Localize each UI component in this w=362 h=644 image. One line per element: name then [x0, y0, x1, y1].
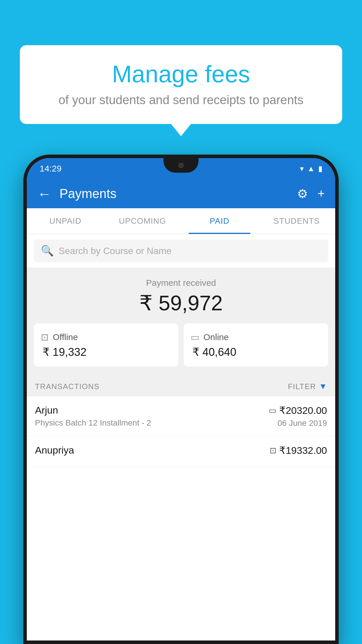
signal-icon: ▲: [307, 164, 315, 173]
offline-card-header: ⊡ Offline: [41, 332, 78, 343]
online-icon: ▭: [191, 332, 199, 343]
tooltip-title: Manage fees: [37, 60, 325, 88]
offline-icon: ⊡: [41, 332, 49, 343]
tab-paid[interactable]: PAID: [181, 208, 258, 234]
tab-upcoming[interactable]: UPCOMING: [104, 208, 181, 234]
offline-amount: ₹ 19,332: [41, 346, 87, 358]
tx-date: 06 June 2019: [277, 419, 327, 428]
tooltip-card: Manage fees of your students and send re…: [20, 45, 342, 124]
back-button[interactable]: ←: [37, 186, 51, 202]
settings-icon[interactable]: ⚙: [297, 187, 308, 201]
tabs-row: UNPAID UPCOMING PAID STUDENTS: [27, 208, 335, 234]
camera-dot: [178, 163, 184, 168]
status-icons: ▾ ▲ ▮: [300, 164, 322, 173]
battery-icon: ▮: [318, 164, 322, 173]
wifi-icon: ▾: [300, 164, 304, 173]
notch: [164, 158, 198, 173]
page-title: Payments: [59, 186, 297, 201]
payment-cards: ⊡ Offline ₹ 19,332 ▭ Online ₹ 40,640: [27, 323, 335, 367]
phone-screen: 14:29 ▾ ▲ ▮ ← Payments ⚙ + UNPAID: [27, 158, 335, 640]
online-amount: ₹ 40,640: [191, 346, 236, 358]
online-card-header: ▭ Online: [191, 332, 229, 343]
filter-icon: ▼: [319, 382, 327, 391]
add-icon[interactable]: +: [317, 187, 325, 201]
transaction-row[interactable]: Arjun Physics Batch 12 Installment - 2 ▭…: [27, 396, 335, 436]
search-box[interactable]: 🔍 Search by Course or Name: [34, 239, 328, 262]
app-bar-actions: ⚙ +: [297, 187, 325, 201]
tx-left: Anupriya: [35, 444, 74, 458]
tx-amount: ₹20320.00: [279, 405, 327, 416]
search-icon: 🔍: [41, 245, 54, 257]
offline-card: ⊡ Offline ₹ 19,332: [34, 323, 178, 367]
payment-summary: Payment received ₹ 59,972 ⊡ Offline ₹ 19…: [27, 267, 335, 374]
tx-amount: ₹19332.00: [279, 444, 327, 456]
status-bar: 14:29 ▾ ▲ ▮: [27, 158, 335, 179]
online-label: Online: [203, 332, 229, 342]
tab-unpaid[interactable]: UNPAID: [27, 208, 104, 234]
phone-frame: 14:29 ▾ ▲ ▮ ← Payments ⚙ + UNPAID: [23, 155, 339, 644]
transactions-list: Arjun Physics Batch 12 Installment - 2 ▭…: [27, 396, 335, 640]
transactions-label: TRANSACTIONS: [35, 382, 100, 391]
online-card: ▭ Online ₹ 40,640: [184, 323, 328, 367]
tx-left: Arjun Physics Batch 12 Installment - 2: [35, 405, 151, 428]
tx-right: ⊡ ₹19332.00: [270, 444, 327, 459]
tx-course: Physics Batch 12 Installment - 2: [35, 418, 151, 428]
offline-label: Offline: [53, 332, 78, 342]
tooltip-subtitle: of your students and send receipts to pa…: [37, 93, 325, 107]
tx-name: Anupriya: [35, 444, 74, 456]
filter-button[interactable]: FILTER ▼: [288, 382, 327, 391]
payment-total-amount: ₹ 59,972: [27, 291, 335, 315]
tx-amount-row: ⊡ ₹19332.00: [270, 444, 327, 456]
payment-received-label: Payment received: [27, 278, 335, 288]
tx-online-icon: ▭: [269, 406, 276, 415]
transaction-row[interactable]: Anupriya ⊡ ₹19332.00: [27, 436, 335, 467]
tx-offline-icon: ⊡: [270, 446, 276, 455]
transactions-header: TRANSACTIONS FILTER ▼: [27, 374, 335, 396]
tx-name: Arjun: [35, 405, 151, 416]
search-container: 🔍 Search by Course or Name: [27, 234, 335, 267]
tx-amount-row: ▭ ₹20320.00: [269, 405, 327, 416]
search-placeholder-text: Search by Course or Name: [59, 246, 172, 256]
app-bar: ← Payments ⚙ +: [27, 179, 335, 208]
tx-right: ▭ ₹20320.00 06 June 2019: [269, 405, 327, 428]
filter-label: FILTER: [288, 382, 316, 391]
status-time: 14:29: [40, 164, 61, 174]
tab-students[interactable]: STUDENTS: [258, 208, 335, 234]
